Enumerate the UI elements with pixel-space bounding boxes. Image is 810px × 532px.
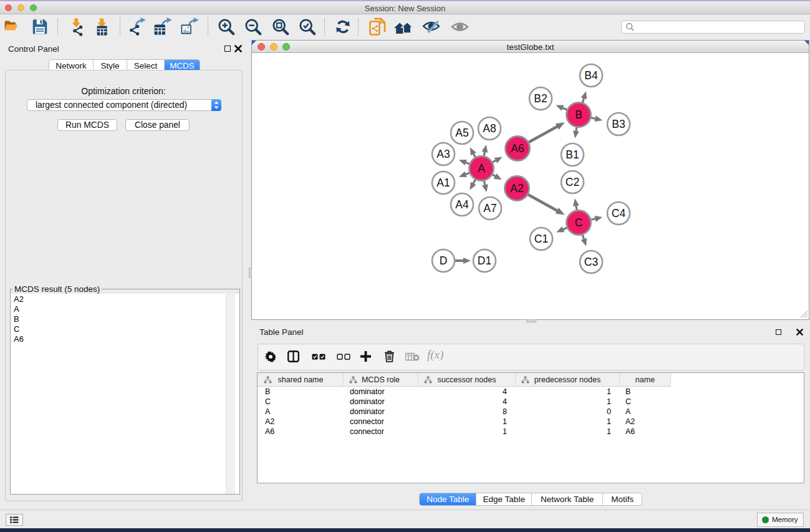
svg-text:A7: A7 [483,202,496,215]
svg-text:A1: A1 [436,177,450,189]
svg-text:A8: A8 [483,122,496,135]
svg-text:A5: A5 [455,127,468,139]
svg-text:A2: A2 [510,182,523,195]
svg-text:A6: A6 [511,142,524,155]
svg-text:A: A [478,162,485,175]
svg-text:A3: A3 [436,148,450,160]
svg-text:C1: C1 [534,233,548,245]
svg-text:A4: A4 [455,198,469,211]
svg-text:C: C [575,216,583,229]
svg-text:C2: C2 [566,176,579,188]
svg-text:D: D [440,254,448,267]
svg-text:B3: B3 [612,118,625,130]
svg-text:B4: B4 [584,69,598,82]
svg-text:D1: D1 [478,254,491,267]
svg-text:C3: C3 [584,256,598,268]
svg-text:C4: C4 [612,207,626,220]
svg-text:B2: B2 [534,92,547,105]
svg-text:B1: B1 [566,148,579,161]
svg-text:B: B [575,109,582,121]
